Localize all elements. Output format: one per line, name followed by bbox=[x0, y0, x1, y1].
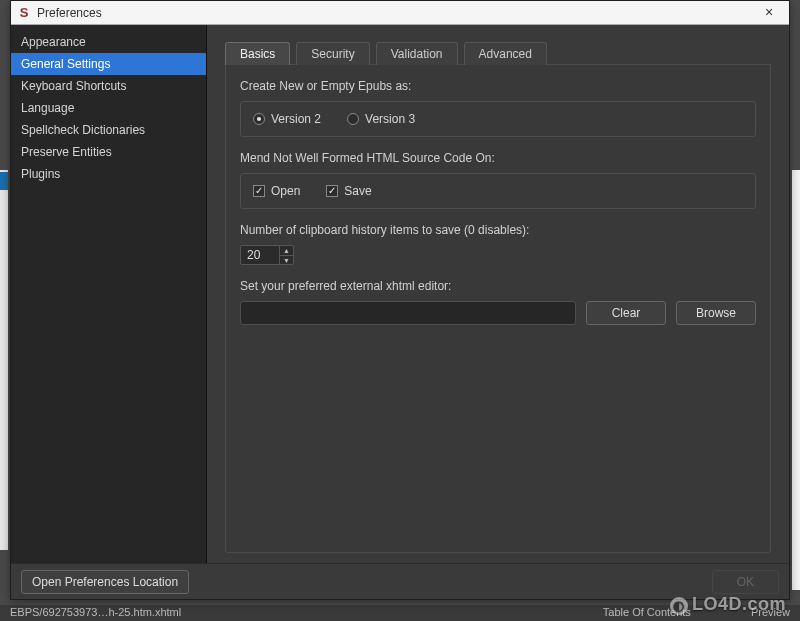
checkbox-save[interactable]: Save bbox=[326, 184, 371, 198]
backdrop-preview: Preview bbox=[751, 606, 790, 620]
clipboard-history-spinner[interactable]: ▲ ▼ bbox=[240, 245, 294, 265]
checkbox-icon bbox=[253, 185, 265, 197]
app-icon: S bbox=[17, 6, 31, 20]
radio-version-3-label: Version 3 bbox=[365, 112, 415, 126]
external-editor-path[interactable] bbox=[240, 301, 576, 325]
sidebar-item-preserve-entities[interactable]: Preserve Entities bbox=[11, 141, 206, 163]
ok-button[interactable]: OK bbox=[712, 570, 779, 594]
sidebar: Appearance General Settings Keyboard Sho… bbox=[11, 25, 207, 563]
tab-advanced[interactable]: Advanced bbox=[464, 42, 547, 65]
close-icon[interactable]: × bbox=[755, 3, 783, 23]
backdrop-bottom-bar: EBPS/692753973…h-25.htm.xhtml Table Of C… bbox=[0, 605, 800, 621]
tab-validation[interactable]: Validation bbox=[376, 42, 458, 65]
tab-basics[interactable]: Basics bbox=[225, 42, 290, 65]
browse-button[interactable]: Browse bbox=[676, 301, 756, 325]
backdrop-toc: Table Of Contents bbox=[603, 606, 691, 620]
sidebar-item-appearance[interactable]: Appearance bbox=[11, 31, 206, 53]
radio-version-2-label: Version 2 bbox=[271, 112, 321, 126]
sidebar-item-keyboard-shortcuts[interactable]: Keyboard Shortcuts bbox=[11, 75, 206, 97]
sidebar-item-general-settings[interactable]: General Settings bbox=[11, 53, 206, 75]
checkbox-open[interactable]: Open bbox=[253, 184, 300, 198]
sidebar-item-spellcheck-dictionaries[interactable]: Spellcheck Dictionaries bbox=[11, 119, 206, 141]
radio-dot-icon bbox=[347, 113, 359, 125]
external-editor-label: Set your preferred external xhtml editor… bbox=[240, 279, 756, 293]
mend-group: Open Save bbox=[240, 173, 756, 209]
window-title: Preferences bbox=[37, 6, 755, 20]
mend-html-label: Mend Not Well Formed HTML Source Code On… bbox=[240, 151, 756, 165]
preferences-dialog: S Preferences × Appearance General Setti… bbox=[10, 0, 790, 600]
checkbox-icon bbox=[326, 185, 338, 197]
backdrop-right-strip bbox=[792, 170, 800, 590]
sidebar-item-plugins[interactable]: Plugins bbox=[11, 163, 206, 185]
clipboard-history-label: Number of clipboard history items to sav… bbox=[240, 223, 756, 237]
main-panel: Basics Security Validation Advanced Crea… bbox=[207, 25, 789, 563]
backdrop-path: EBPS/692753973…h-25.htm.xhtml bbox=[10, 606, 181, 620]
sidebar-item-language[interactable]: Language bbox=[11, 97, 206, 119]
create-epubs-label: Create New or Empty Epubs as: bbox=[240, 79, 756, 93]
spinner-up-icon[interactable]: ▲ bbox=[280, 246, 293, 256]
epub-version-group: Version 2 Version 3 bbox=[240, 101, 756, 137]
radio-dot-icon bbox=[253, 113, 265, 125]
clipboard-history-input[interactable] bbox=[241, 246, 279, 264]
checkbox-open-label: Open bbox=[271, 184, 300, 198]
titlebar: S Preferences × bbox=[11, 1, 789, 25]
checkbox-save-label: Save bbox=[344, 184, 371, 198]
tab-security[interactable]: Security bbox=[296, 42, 369, 65]
spinner-down-icon[interactable]: ▼ bbox=[280, 256, 293, 265]
dialog-footer: Open Preferences Location OK bbox=[11, 563, 789, 599]
clear-button[interactable]: Clear bbox=[586, 301, 666, 325]
tab-content-basics: Create New or Empty Epubs as: Version 2 … bbox=[225, 65, 771, 553]
backdrop-left-strip bbox=[0, 170, 8, 550]
radio-version-3[interactable]: Version 3 bbox=[347, 112, 415, 126]
open-preferences-location-button[interactable]: Open Preferences Location bbox=[21, 570, 189, 594]
radio-version-2[interactable]: Version 2 bbox=[253, 112, 321, 126]
tabs: Basics Security Validation Advanced bbox=[225, 41, 771, 65]
